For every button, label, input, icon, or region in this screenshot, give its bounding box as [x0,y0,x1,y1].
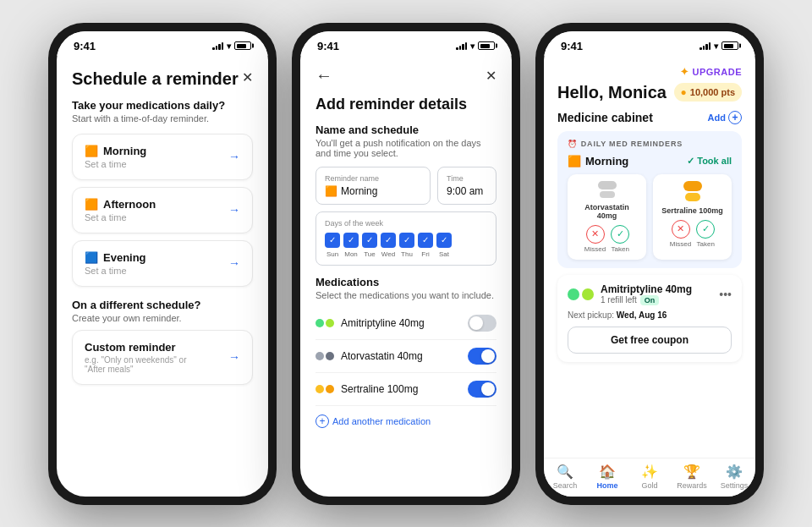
days-row: ✓ Sun ✓ Mon ✓ Tue [325,233,487,258]
morning-label: 🟧 Morning [568,155,628,167]
more-options-button[interactable]: ••• [719,288,732,301]
med-row-sert: Sertraline 100mg [315,373,497,406]
ami-toggle[interactable] [468,315,497,332]
phone-3: 9:41 ▾ ✦ UPGRADE [535,23,764,505]
atorvastatin-missed-btn[interactable]: ✕ Missed [584,225,606,253]
day-tue-check[interactable]: ✓ [362,233,377,248]
wifi-icon-2: ▾ [470,41,475,51]
reminder-name-value: 🟧 Morning [325,185,421,197]
close-button-1[interactable]: ✕ [242,69,253,85]
close-button-2[interactable]: ✕ [486,68,497,84]
greeting-text: Hello, Monica [557,83,667,102]
battery-icon-1 [234,41,251,50]
afternoon-option[interactable]: 🟧 Afternoon Set a time → [72,187,253,233]
sertraline-missed-btn[interactable]: ✕ Missed [670,220,691,248]
status-icons-3: ▾ [700,41,738,51]
atorvastatin-pill [598,181,617,198]
nav-gold[interactable]: ✨ Gold [628,464,671,490]
day-thu: ✓ Thu [399,233,414,258]
status-icons-2: ▾ [456,41,495,51]
cabinet-row: Medicine cabinet Add + [557,111,742,124]
morning-emoji: 🟧 [568,155,581,167]
atorvastatin-card[interactable]: Atorvastatin 40mg ✕ Missed ✓ Taken [568,174,646,260]
ami-name-p2: Amitriptyline 40mg [341,317,425,329]
med-row-ator: Atorvastatin 40mg [315,340,497,373]
get-free-coupon-button[interactable]: Get free coupon [568,327,732,354]
sertraline-card-name: Sertraline 100mg [661,206,723,215]
status-time-3: 9:41 [561,40,583,52]
reminder-name-text: Morning [341,185,377,197]
ami-dot-group [568,288,594,300]
p2-title: Add reminder details [315,96,497,113]
back-button[interactable]: ← [315,66,332,85]
day-sun-check[interactable]: ✓ [325,233,340,248]
nav-search[interactable]: 🔍 Search [544,464,586,490]
reminder-name-label: Reminder name [325,174,421,183]
sert-toggle[interactable] [468,381,497,398]
sert-dot-1 [315,385,324,393]
ami-dot-green [568,288,579,300]
add-medication-button[interactable]: + Add another medication [315,414,497,428]
morning-arrow: → [228,150,240,163]
pickup-date: Wed, Aug 16 [617,310,667,320]
day-wed: ✓ Wed [381,233,396,258]
time-field[interactable]: Time 9:00 am [437,167,497,205]
phone-2-screen: 9:41 ▾ ← ✕ Add reminder [300,31,512,497]
morning-icon: 🟧 [85,145,98,157]
missed-label-2: Missed [670,240,691,248]
status-bar-1: 9:41 ▾ [57,31,268,56]
add-button[interactable]: Add + [708,111,742,124]
phone-2-content: ← ✕ Add reminder details Name and schedu… [300,56,512,497]
ami-dot-1 [315,319,324,327]
ator-name-p2: Atorvastatin 40mg [341,350,423,362]
ami-drug-name: Amitriptyline 40mg [601,283,692,295]
nav-settings[interactable]: ⚙️ Settings [713,464,755,490]
coin-icon: ● [681,86,687,98]
bottom-nav: 🔍 Search 🏠 Home ✨ Gold 🏆 Rewards [544,458,755,497]
sertraline-taken-btn[interactable]: ✓ Taken [696,220,715,248]
evening-arrow: → [228,256,240,270]
missed-circle-2: ✕ [672,220,690,239]
time-label: Time [447,174,487,183]
phone-3-content: ✦ UPGRADE Hello, Monica ● 10,000 pts Med… [544,56,755,497]
battery-icon-2 [478,41,495,50]
days-field[interactable]: Days of the week ✓ Sun ✓ Mon ✓ [315,211,497,266]
day-thu-check[interactable]: ✓ [399,233,414,248]
medications-section: Medications Select the medications you w… [315,276,497,428]
evening-option[interactable]: 🟦 Evening Set a time → [72,240,253,287]
ami-dot-lime [582,288,594,300]
afternoon-sub: Set a time [85,212,156,222]
afternoon-arrow: → [228,203,240,217]
nav-rewards[interactable]: 🏆 Rewards [671,464,713,490]
day-fri-check[interactable]: ✓ [418,233,433,248]
ator-toggle[interactable] [468,348,497,365]
ami-header: Amitriptyline 40mg 1 refill left On ••• [568,283,732,305]
morning-option[interactable]: 🟧 Morning Set a time → [72,134,253,180]
day-sat-check[interactable]: ✓ [436,233,452,248]
taken-label-1: Taken [611,245,628,253]
search-nav-label: Search [553,481,578,490]
ator-dot-1 [315,352,324,360]
rewards-nav-label: Rewards [677,481,707,490]
missed-label-1: Missed [584,245,606,253]
sert-dot-2 [326,385,334,393]
signal-bars-1 [212,41,223,50]
atorvastatin-taken-btn[interactable]: ✓ Taken [611,225,629,253]
upgrade-button[interactable]: ✦ UPGRADE [680,66,742,78]
taken-label-2: Taken [696,240,714,248]
custom-reminder[interactable]: Custom reminder e.g. "Only on weekends" … [72,330,253,385]
took-all-badge: ✓ Took all [687,156,732,167]
day-mon-check[interactable]: ✓ [343,233,359,248]
points-value: 10,000 pts [690,87,735,97]
sertraline-card[interactable]: Sertraline 100mg ✕ Missed ✓ Taken [653,174,732,260]
signal-bars-2 [456,41,467,50]
upgrade-row: ✦ UPGRADE [557,66,742,78]
nav-home[interactable]: 🏠 Home [586,464,628,490]
wifi-icon-3: ▾ [714,41,718,51]
reminder-name-field[interactable]: Reminder name 🟧 Morning [315,167,431,205]
day-wed-check[interactable]: ✓ [381,233,396,248]
status-time-1: 9:41 [74,40,96,52]
name-schedule-title: Name and schedule [315,124,497,136]
gold-nav-label: Gold [641,481,657,490]
on-badge: On [640,295,660,305]
